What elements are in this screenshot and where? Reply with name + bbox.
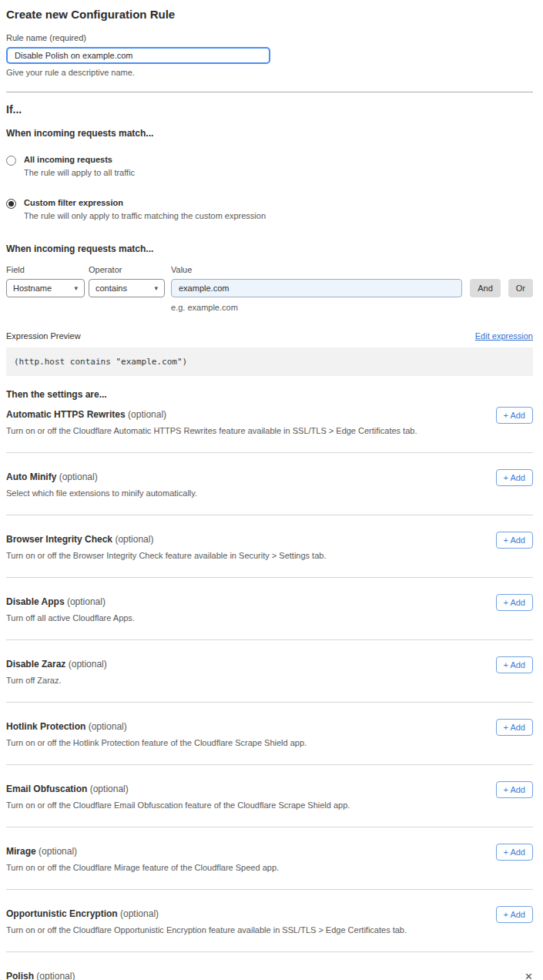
setting-title-text: Opportunistic Encryption <box>6 908 118 919</box>
add-button[interactable]: + Add <box>496 781 533 798</box>
setting-title: Opportunistic Encryption (optional) <box>6 908 407 919</box>
radio-description: The rule will apply to all traffic <box>24 168 135 177</box>
operator-select-value: contains <box>96 284 127 293</box>
edit-expression-link[interactable]: Edit expression <box>475 331 533 341</box>
add-button[interactable]: + Add <box>496 594 533 611</box>
or-button[interactable]: Or <box>508 279 533 297</box>
field-select[interactable]: Hostname ▾ <box>6 279 85 297</box>
radio-button-all-incoming[interactable] <box>6 156 16 166</box>
radio-button-custom-filter[interactable] <box>6 199 16 209</box>
setting-row-disable-zaraz: Disable Zaraz (optional) Turn off Zaraz.… <box>6 640 533 703</box>
optional-label: (optional) <box>69 659 107 670</box>
add-button[interactable]: + Add <box>496 532 533 549</box>
add-button[interactable]: + Add <box>496 844 533 861</box>
expression-preview-label: Expression Preview <box>6 331 81 341</box>
expression-preview-header: Expression Preview Edit expression <box>6 331 533 341</box>
field-label: Field <box>6 265 85 274</box>
setting-description: Turn off all active Cloudflare Apps. <box>6 613 135 623</box>
close-icon[interactable]: ✕ <box>525 972 533 980</box>
setting-description: Turn on or off the Cloudflare Email Obfu… <box>6 800 350 810</box>
setting-title: Email Obfuscation (optional) <box>6 784 350 794</box>
page-title: Create new Configuration Rule <box>6 8 533 21</box>
value-input[interactable] <box>171 279 462 297</box>
setting-row-opportunistic-encryption: Opportunistic Encryption (optional) Turn… <box>6 890 533 952</box>
add-button[interactable]: + Add <box>496 719 533 736</box>
configuration-rule-page: Create new Configuration Rule Rule name … <box>0 0 543 980</box>
operator-select[interactable]: contains ▾ <box>89 279 165 297</box>
setting-title: Automatic HTTPS Rewrites (optional) <box>6 409 417 420</box>
setting-title-text: Automatic HTTPS Rewrites <box>6 409 126 420</box>
add-button[interactable]: + Add <box>496 469 533 486</box>
setting-description: Turn on or off the Hotlink Protection fe… <box>6 738 307 747</box>
setting-title: Mirage (optional) <box>6 846 279 857</box>
setting-title: Disable Zaraz (optional) <box>6 659 107 670</box>
setting-row-automatic-https-rewrites: Automatic HTTPS Rewrites (optional) Turn… <box>6 400 533 453</box>
setting-title-text: Email Obfuscation <box>6 784 87 794</box>
rule-name-input[interactable] <box>6 47 270 64</box>
optional-label: (optional) <box>39 846 77 857</box>
setting-title-text: Hotlink Protection <box>6 721 85 732</box>
radio-option-custom-filter[interactable]: Custom filter expression The rule will o… <box>6 198 533 220</box>
optional-label: (optional) <box>90 784 129 794</box>
builder-heading: When incoming requests match... <box>6 243 533 254</box>
add-button[interactable]: + Add <box>496 656 533 673</box>
optional-label: (optional) <box>120 908 159 919</box>
setting-title: Hotlink Protection (optional) <box>6 721 307 732</box>
optional-label: (optional) <box>89 721 127 732</box>
setting-title: Disable Apps (optional) <box>6 596 135 607</box>
add-button[interactable]: + Add <box>496 906 533 923</box>
setting-description: Select which file extensions to minify a… <box>6 488 197 498</box>
setting-description: Turn on or off the Cloudflare Opportunis… <box>6 925 407 935</box>
operator-label: Operator <box>89 265 165 274</box>
rule-name-label: Rule name (required) <box>6 33 533 42</box>
setting-title-text: Disable Zaraz <box>6 659 65 670</box>
setting-description: Turn on or off the Cloudflare Automatic … <box>6 426 417 435</box>
optional-label: (optional) <box>59 472 98 482</box>
setting-title-text: Mirage <box>6 846 36 857</box>
optional-label: (optional) <box>128 409 166 420</box>
if-heading: If... <box>6 103 533 116</box>
setting-description: Turn on or off the Cloudflare Mirage fea… <box>6 863 279 872</box>
radio-option-all-incoming[interactable]: All incoming requests The rule will appl… <box>6 155 533 177</box>
field-select-value: Hostname <box>13 284 52 293</box>
setting-title-text: Browser Integrity Check <box>6 534 112 545</box>
setting-description: Turn on or off the Browser Integrity Che… <box>6 551 326 560</box>
setting-title-text: Polish <box>6 971 34 980</box>
setting-title: Polish (optional) <box>6 971 75 980</box>
add-button[interactable]: + Add <box>496 407 533 424</box>
setting-row-email-obfuscation: Email Obfuscation (optional) Turn on or … <box>6 765 533 827</box>
value-label: Value <box>171 265 462 274</box>
optional-label: (optional) <box>67 596 106 607</box>
rule-name-helper: Give your rule a descriptive name. <box>6 68 533 77</box>
chevron-down-icon: ▾ <box>154 284 158 292</box>
optional-label: (optional) <box>115 534 153 545</box>
expression-builder: When incoming requests match... Field Ho… <box>6 243 533 312</box>
incoming-requests-match-heading: When incoming requests match... <box>6 128 533 139</box>
radio-description: The rule will only apply to traffic matc… <box>24 211 266 220</box>
setting-row-browser-integrity-check: Browser Integrity Check (optional) Turn … <box>6 515 533 578</box>
setting-row-mirage: Mirage (optional) Turn on or off the Clo… <box>6 827 533 890</box>
radio-label: All incoming requests <box>24 155 135 164</box>
then-settings-heading: Then the settings are... <box>6 389 533 400</box>
section-divider <box>6 92 533 92</box>
setting-title: Auto Minify (optional) <box>6 472 197 482</box>
setting-row-polish: Polish (optional) ✕ Change the settings … <box>6 952 533 980</box>
setting-row-disable-apps: Disable Apps (optional) Turn off all act… <box>6 578 533 640</box>
radio-label: Custom filter expression <box>24 198 266 207</box>
optional-label: (optional) <box>36 971 75 980</box>
setting-title-text: Disable Apps <box>6 596 65 607</box>
value-helper: e.g. example.com <box>171 303 533 312</box>
setting-row-hotlink-protection: Hotlink Protection (optional) Turn on or… <box>6 703 533 765</box>
chevron-down-icon: ▾ <box>74 284 78 292</box>
setting-row-auto-minify: Auto Minify (optional) Select which file… <box>6 453 533 515</box>
setting-title-text: Auto Minify <box>6 472 56 482</box>
setting-title: Browser Integrity Check (optional) <box>6 534 326 545</box>
expression-preview-code: (http.host contains "example.com") <box>6 347 533 376</box>
setting-description: Turn off Zaraz. <box>6 676 107 685</box>
and-button[interactable]: And <box>470 279 501 297</box>
